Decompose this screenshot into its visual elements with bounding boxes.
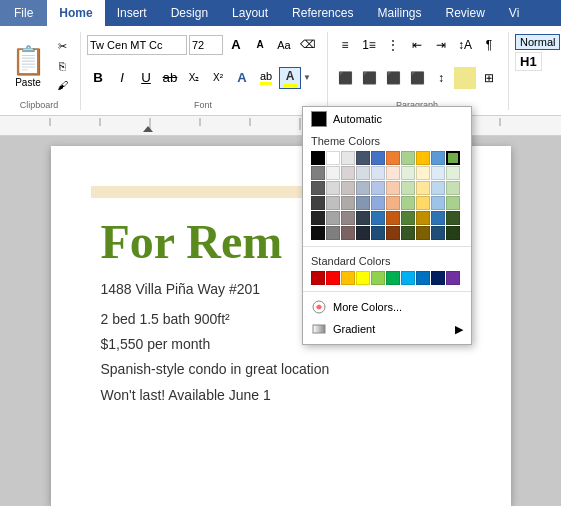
tab-home[interactable]: Home bbox=[47, 0, 104, 26]
color-swatch[interactable] bbox=[326, 151, 340, 165]
color-swatch[interactable] bbox=[311, 271, 325, 285]
color-swatch[interactable] bbox=[341, 166, 355, 180]
color-swatch[interactable] bbox=[356, 271, 370, 285]
color-swatch[interactable] bbox=[446, 211, 460, 225]
color-swatch[interactable] bbox=[326, 181, 340, 195]
color-swatch[interactable] bbox=[371, 271, 385, 285]
color-swatch[interactable] bbox=[446, 226, 460, 240]
color-swatch[interactable] bbox=[341, 271, 355, 285]
tab-insert[interactable]: Insert bbox=[105, 0, 159, 26]
color-swatch[interactable] bbox=[386, 166, 400, 180]
color-swatch[interactable] bbox=[341, 226, 355, 240]
color-swatch[interactable] bbox=[416, 226, 430, 240]
color-swatch[interactable] bbox=[431, 271, 445, 285]
align-left-button[interactable]: ⬛ bbox=[334, 67, 356, 89]
paste-button[interactable]: 📋 Paste bbox=[6, 44, 50, 88]
color-swatch[interactable] bbox=[371, 211, 385, 225]
color-swatch[interactable] bbox=[356, 181, 370, 195]
color-swatch[interactable] bbox=[341, 196, 355, 210]
color-swatch[interactable] bbox=[311, 211, 325, 225]
change-case-button[interactable]: Aa bbox=[273, 34, 295, 56]
color-swatch[interactable] bbox=[416, 166, 430, 180]
cut-button[interactable]: ✂ bbox=[52, 38, 72, 56]
increase-indent-button[interactable]: ⇥ bbox=[430, 34, 452, 56]
style-heading1[interactable]: H1 bbox=[515, 52, 542, 71]
color-swatch[interactable] bbox=[311, 226, 325, 240]
color-swatch[interactable] bbox=[371, 166, 385, 180]
tab-view[interactable]: Vi bbox=[497, 0, 531, 26]
tab-file[interactable]: File bbox=[0, 0, 47, 26]
color-swatch[interactable] bbox=[401, 196, 415, 210]
color-swatch[interactable] bbox=[356, 166, 370, 180]
color-swatch[interactable] bbox=[356, 151, 370, 165]
color-swatch[interactable] bbox=[311, 151, 325, 165]
copy-button[interactable]: ⎘ bbox=[52, 57, 72, 75]
color-swatch[interactable] bbox=[311, 166, 325, 180]
color-swatch[interactable] bbox=[341, 211, 355, 225]
bullets-button[interactable]: ≡ bbox=[334, 34, 356, 56]
font-name-input[interactable] bbox=[87, 35, 187, 55]
color-swatch[interactable] bbox=[401, 211, 415, 225]
clear-format-button[interactable]: ⌫ bbox=[297, 34, 319, 56]
color-swatch[interactable] bbox=[326, 166, 340, 180]
color-swatch[interactable] bbox=[326, 196, 340, 210]
color-swatch[interactable] bbox=[371, 226, 385, 240]
numbering-button[interactable]: 1≡ bbox=[358, 34, 380, 56]
color-swatch[interactable] bbox=[416, 181, 430, 195]
show-marks-button[interactable]: ¶ bbox=[478, 34, 500, 56]
color-swatch[interactable] bbox=[386, 211, 400, 225]
tab-design[interactable]: Design bbox=[159, 0, 220, 26]
tab-review[interactable]: Review bbox=[433, 0, 496, 26]
text-effects-button[interactable]: A bbox=[231, 67, 253, 89]
color-swatch[interactable] bbox=[401, 151, 415, 165]
color-swatch[interactable] bbox=[416, 196, 430, 210]
color-swatch[interactable] bbox=[401, 271, 415, 285]
strikethrough-button[interactable]: ab bbox=[159, 67, 181, 89]
color-swatch[interactable] bbox=[431, 166, 445, 180]
sort-button[interactable]: ↕A bbox=[454, 34, 476, 56]
multilevel-button[interactable]: ⋮ bbox=[382, 34, 404, 56]
color-swatch[interactable] bbox=[311, 181, 325, 195]
line-spacing-button[interactable]: ↕ bbox=[430, 67, 452, 89]
format-painter-button[interactable]: 🖌 bbox=[52, 76, 72, 94]
superscript-button[interactable]: X² bbox=[207, 67, 229, 89]
color-swatch[interactable] bbox=[416, 271, 430, 285]
align-center-button[interactable]: ⬛ bbox=[358, 67, 380, 89]
decrease-font-button[interactable]: A bbox=[249, 34, 271, 56]
shading-button[interactable] bbox=[454, 67, 476, 89]
color-swatch[interactable] bbox=[371, 196, 385, 210]
color-swatch[interactable] bbox=[341, 181, 355, 195]
color-swatch[interactable] bbox=[386, 226, 400, 240]
bold-button[interactable]: B bbox=[87, 67, 109, 89]
color-swatch[interactable] bbox=[416, 151, 430, 165]
color-swatch[interactable] bbox=[431, 226, 445, 240]
font-color-dropdown-arrow[interactable]: ▼ bbox=[303, 73, 311, 82]
automatic-color-option[interactable]: Automatic bbox=[303, 107, 471, 131]
color-swatch[interactable] bbox=[446, 166, 460, 180]
color-swatch[interactable] bbox=[356, 196, 370, 210]
color-swatch[interactable] bbox=[416, 211, 430, 225]
color-swatch[interactable] bbox=[311, 196, 325, 210]
color-swatch[interactable] bbox=[401, 166, 415, 180]
color-swatch[interactable] bbox=[431, 151, 445, 165]
increase-font-button[interactable]: A bbox=[225, 34, 247, 56]
color-swatch-selected[interactable] bbox=[446, 151, 460, 165]
color-swatch[interactable] bbox=[386, 196, 400, 210]
color-swatch[interactable] bbox=[386, 181, 400, 195]
color-swatch[interactable] bbox=[386, 151, 400, 165]
decrease-indent-button[interactable]: ⇤ bbox=[406, 34, 428, 56]
color-swatch[interactable] bbox=[446, 271, 460, 285]
gradient-option[interactable]: Gradient ▶ bbox=[303, 318, 471, 340]
color-swatch[interactable] bbox=[446, 181, 460, 195]
color-swatch[interactable] bbox=[446, 196, 460, 210]
align-right-button[interactable]: ⬛ bbox=[382, 67, 404, 89]
color-swatch[interactable] bbox=[371, 181, 385, 195]
color-swatch[interactable] bbox=[341, 151, 355, 165]
color-swatch[interactable] bbox=[356, 211, 370, 225]
tab-references[interactable]: References bbox=[280, 0, 365, 26]
italic-button[interactable]: I bbox=[111, 67, 133, 89]
color-swatch[interactable] bbox=[401, 226, 415, 240]
color-swatch[interactable] bbox=[431, 211, 445, 225]
tab-mailings[interactable]: Mailings bbox=[365, 0, 433, 26]
color-swatch[interactable] bbox=[356, 226, 370, 240]
